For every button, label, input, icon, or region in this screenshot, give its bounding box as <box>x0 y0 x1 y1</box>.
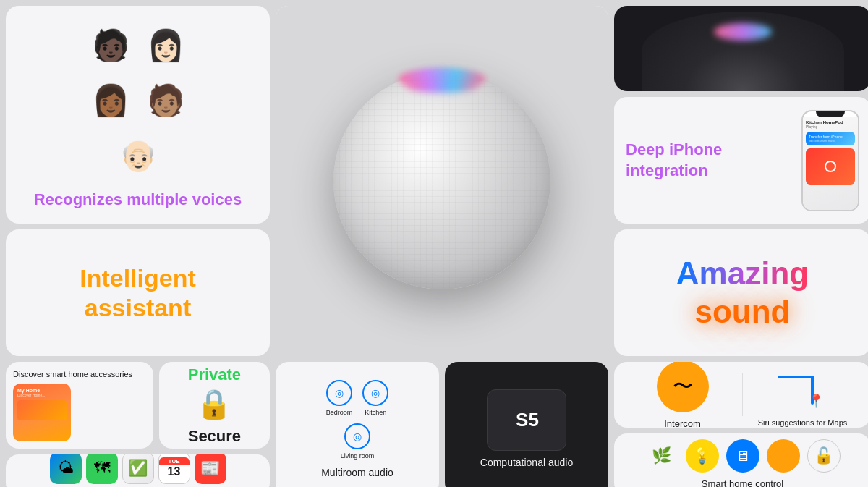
maps-label: Siri suggestions for Maps <box>758 418 848 427</box>
news-app-icon: 📰 <box>195 454 226 483</box>
bottom-left-container: Discover smart home accessories My Home … <box>6 362 270 487</box>
multiroom-card: ◎ Bedroom ◎ Kitchen ◎ Living room Multir… <box>276 362 439 487</box>
homepod-sphere <box>333 72 550 289</box>
sound-word: sound <box>676 293 809 331</box>
s5-logo: S5 <box>514 409 539 431</box>
homepod-center-card <box>276 6 608 356</box>
iphone-notch <box>816 111 845 117</box>
calendar-app-icon: TUE 13 <box>158 454 190 483</box>
daily-updates-card: 🌤 🗺 ✅ TUE 13 📰 Personalized daily update… <box>6 454 270 487</box>
bottom-right-container: 〜 Intercom 📍 Siri suggestions for Maps 🌿… <box>614 362 868 487</box>
smart-home-row: Discover smart home accessories My Home … <box>6 362 270 449</box>
iphone-screen: Kitchen HomePod Playing Transfer from iP… <box>803 117 858 210</box>
memoji-3: 👩🏾 <box>85 75 136 125</box>
private-secure-card: Private 🔒 Secure <box>159 362 270 449</box>
iphone-album-disc <box>825 161 836 172</box>
living-room-circle: ◎ <box>344 423 370 449</box>
bedroom-circle: ◎ <box>326 380 352 406</box>
bedroom-label: Bedroom <box>326 409 353 416</box>
smart-icons-row: 🌿 💡 🖥 🔓 <box>645 439 841 473</box>
multiroom-label: Multiroom audio <box>321 467 393 478</box>
living-room-item: ◎ Living room <box>341 423 375 460</box>
lock-icon: 🔓 <box>807 439 841 473</box>
reminders-app-icon: ✅ <box>122 454 154 483</box>
temp-item <box>767 439 800 473</box>
intercom-label: Intercom <box>664 418 701 428</box>
iphone-playing-sub: Playing <box>806 124 855 129</box>
memoji-2: 👩🏻 <box>140 20 191 70</box>
memoji-5: 👴🏻 <box>113 130 163 180</box>
kitchen-label: Kitchen <box>365 409 386 416</box>
voices-label: Recognizes multiple voices <box>34 190 242 209</box>
amazing-sound-text: Amazing sound <box>676 255 809 331</box>
discover-smart-home-card: Discover smart home accessories My Home … <box>6 362 153 449</box>
tv-icon: 🖥 <box>726 439 760 473</box>
kitchen-circle: ◎ <box>362 380 388 406</box>
s5-chip: S5 <box>487 389 566 451</box>
s5-text: S5 <box>516 409 539 431</box>
homepod-top-glow <box>714 23 772 41</box>
multiroom-diagram: ◎ Bedroom ◎ Kitchen ◎ Living room <box>326 380 389 460</box>
smart-home-control-label: Smart home control <box>702 478 783 487</box>
memoji-1: 🧑🏿 <box>85 20 136 70</box>
room-items: ◎ Bedroom ◎ Kitchen <box>326 380 389 416</box>
memoji-4: 🧑🏽 <box>140 75 191 125</box>
maps-section: 📍 Siri suggestions for Maps <box>743 362 862 428</box>
maps-app-icon: 🗺 <box>86 454 118 483</box>
intercom-maps-card: 〜 Intercom 📍 Siri suggestions for Maps <box>614 362 868 428</box>
computational-label: Computational audio <box>480 457 573 468</box>
homepod-top-view-card <box>614 6 868 91</box>
secure-label: Secure <box>188 427 241 446</box>
discover-label: Discover smart home accessories <box>13 369 132 379</box>
private-label: Private <box>188 365 241 384</box>
homepod-top-shape <box>642 12 844 91</box>
garden-icon: 🌿 <box>645 439 678 473</box>
maps-line-horizontal <box>778 376 814 378</box>
intelligent-assistant-label: Intelligent assistant <box>23 263 252 323</box>
computational-card: S5 Computational audio <box>445 362 608 487</box>
home-app-banner <box>17 400 67 420</box>
maps-diagram: 📍 <box>778 362 828 412</box>
calendar-day: 13 <box>168 465 181 478</box>
maps-pin-icon: 📍 <box>808 393 824 409</box>
home-app-screen: My Home Discover Home... <box>13 384 71 441</box>
temp-icon <box>767 439 800 473</box>
smart-home-control-card: 🌿 💡 🖥 🔓 Smart home control <box>614 433 868 488</box>
amazing-sound-card: Amazing sound <box>614 229 868 356</box>
voices-card: 🧑🏿 👩🏻 👩🏾 🧑🏽 👴🏻 Recognizes multiple voice… <box>6 6 270 224</box>
homepod-ring-glow <box>406 78 478 93</box>
iphone-album-art <box>806 148 855 185</box>
living-room-label: Living room <box>341 452 375 460</box>
bedroom-item: ◎ Bedroom <box>326 380 353 416</box>
weather-app-icon: 🌤 <box>50 454 82 483</box>
calendar-month: TUE <box>159 457 190 465</box>
home-app-title: My Home <box>17 388 67 393</box>
bulb-icon: 💡 <box>686 439 719 473</box>
intercom-section: 〜 Intercom <box>623 362 742 428</box>
intelligent-assistant-card: Intelligent assistant <box>6 229 270 356</box>
apple-lock-icon: 🔒 <box>196 387 232 421</box>
main-grid: 🧑🏿 👩🏻 👩🏾 🧑🏽 👴🏻 Recognizes multiple voice… <box>0 0 868 487</box>
home-app-sub: Discover Home... <box>17 393 67 397</box>
iphone-mockup: Kitchen HomePod Playing Transfer from iP… <box>801 110 859 211</box>
home-app-mock: My Home Discover Home... <box>13 384 71 441</box>
intercom-wave-icon: 〜 <box>673 373 693 400</box>
amazing-word: Amazing <box>676 255 809 293</box>
bottom-center-container: ◎ Bedroom ◎ Kitchen ◎ Living room Multir… <box>276 362 608 487</box>
memoji-grid: 🧑🏿 👩🏻 👩🏾 🧑🏽 👴🏻 <box>85 20 191 180</box>
app-icons-row: 🌤 🗺 ✅ TUE 13 📰 <box>50 454 226 483</box>
intercom-circle: 〜 <box>657 362 709 412</box>
iphone-transfer-sub: Tap to transfer music <box>809 139 852 143</box>
kitchen-item: ◎ Kitchen <box>362 380 388 416</box>
homepod-mesh <box>333 72 550 289</box>
iphone-transfer-banner: Transfer from iPhone Tap to transfer mus… <box>806 132 855 145</box>
deep-iphone-card: Deep iPhone integration Kitchen HomePod … <box>614 97 868 224</box>
deep-iphone-label: Deep iPhone integration <box>626 140 790 181</box>
